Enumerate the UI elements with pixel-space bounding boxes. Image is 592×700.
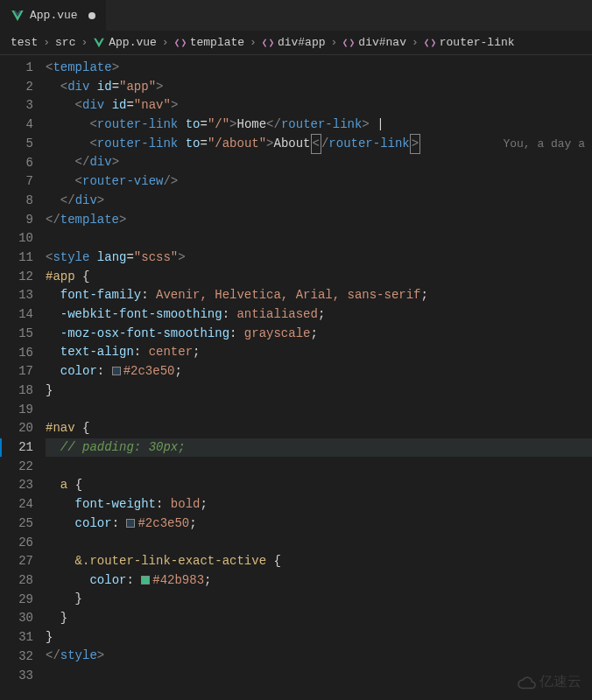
chevron-right-icon: › bbox=[43, 36, 50, 49]
breadcrumb-item[interactable]: test bbox=[11, 36, 38, 49]
breadcrumb-item[interactable]: App.vue bbox=[93, 36, 157, 49]
chevron-right-icon: › bbox=[250, 36, 257, 49]
chevron-right-icon: › bbox=[81, 36, 88, 49]
tab-label: App.vue bbox=[30, 9, 78, 22]
xml-element-icon bbox=[262, 37, 274, 49]
watermark-text: 亿速云 bbox=[539, 673, 581, 691]
chevron-right-icon: › bbox=[331, 36, 338, 49]
watermark: 亿速云 bbox=[517, 673, 581, 691]
breadcrumb-item[interactable]: div#nav bbox=[342, 36, 406, 49]
chevron-right-icon: › bbox=[412, 36, 419, 49]
code-editor[interactable]: 1234567891011121314151617181920212223242… bbox=[0, 55, 592, 700]
line-number-gutter: 1234567891011121314151617181920212223242… bbox=[0, 55, 46, 700]
breadcrumb-item[interactable]: router-link bbox=[424, 36, 515, 49]
chevron-right-icon: › bbox=[162, 36, 169, 49]
breadcrumb: test › src › App.vue › template › div#ap… bbox=[0, 31, 592, 55]
code-area[interactable]: <template> <div id="app"> <div id="nav">… bbox=[46, 55, 592, 700]
breadcrumb-item[interactable]: div#app bbox=[262, 36, 326, 49]
breadcrumb-item[interactable]: template bbox=[174, 36, 244, 49]
tab-app-vue[interactable]: App.vue bbox=[0, 0, 107, 31]
xml-element-icon bbox=[424, 37, 436, 49]
vue-icon bbox=[11, 9, 25, 23]
xml-element-icon bbox=[174, 37, 187, 49]
tab-bar: App.vue bbox=[0, 0, 592, 31]
breadcrumb-item[interactable]: src bbox=[55, 36, 75, 49]
vue-icon bbox=[93, 37, 105, 49]
cloud-icon bbox=[517, 674, 534, 691]
xml-element-icon bbox=[342, 37, 355, 49]
modified-indicator-icon bbox=[88, 12, 95, 19]
